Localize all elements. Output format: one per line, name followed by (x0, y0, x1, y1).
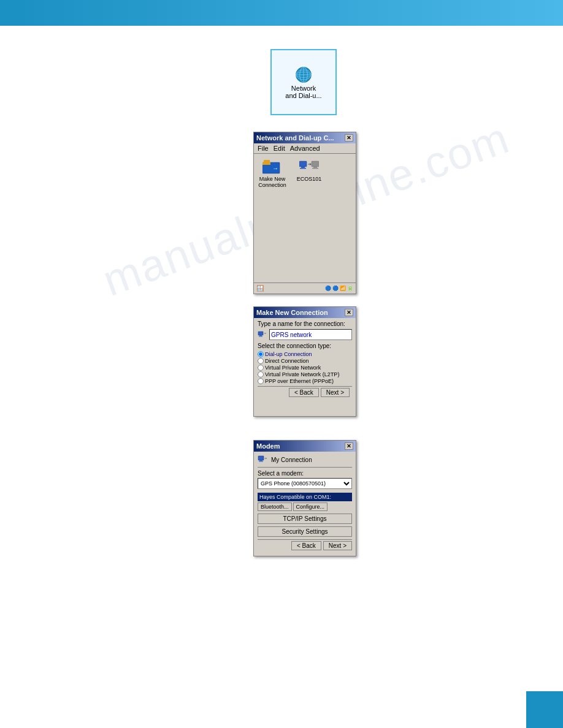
modem-back-button[interactable]: < Back (291, 541, 321, 550)
mc-title: Make New Connection (256, 309, 328, 316)
nc-statusbar: 🪟 🔵 🔵 📶 🔋 (254, 282, 356, 294)
nc-menu-edit[interactable]: Edit (271, 144, 288, 153)
modem-next-button[interactable]: Next > (323, 541, 352, 550)
nc-title: Network and Dial-up C... (256, 134, 334, 142)
modem-bottom-buttons: < Back Next > (258, 539, 352, 550)
modem-security-button[interactable]: Security Settings (258, 526, 352, 537)
svg-rect-15 (312, 161, 319, 167)
mc-titlebar: Make New Connection ✕ (254, 307, 356, 318)
mc-radio-direct-label: Direct Connection (265, 358, 309, 364)
svg-text:→: → (272, 165, 278, 172)
mc-content: Type a name for the connection: Select t… (254, 318, 356, 401)
mc-radio-vpn-input[interactable] (258, 365, 264, 371)
nc-titlebar: Network and Dial-up C... ✕ (254, 132, 356, 143)
svg-rect-8 (264, 160, 270, 163)
mc-radio-vpn[interactable]: Virtual Private Network (258, 365, 352, 371)
modem-select-dropdown[interactable]: GPS Phone (0080570501) (258, 478, 352, 489)
network-connections-window: Network and Dial-up C... ✕ File Edit Adv… (253, 132, 356, 294)
mc-radio-vpn-label: Virtual Private Network (265, 365, 321, 371)
nc-status-icon-1: 🔵 (325, 286, 331, 291)
modem-security-row: Security Settings (258, 526, 352, 538)
modem-hayes-label: Hayes Compatible on COM1: (259, 494, 331, 500)
mc-radio-direct[interactable]: Direct Connection (258, 358, 352, 364)
mc-type-label: Select the connection type: (258, 343, 352, 349)
mc-connection-icon (258, 330, 267, 339)
mc-name-label: Type a name for the connection: (258, 320, 352, 327)
svg-rect-17 (312, 168, 318, 169)
modem-select-container: GPS Phone (0080570501) (258, 478, 352, 491)
make-new-connection-label: Make NewConnection (258, 176, 286, 188)
modem-content: My Connection Select a modem: GPS Phone … (254, 452, 356, 553)
ecos101-label: ECOS101 (297, 176, 322, 182)
svg-rect-20 (259, 336, 262, 337)
top-bar (0, 0, 563, 26)
mc-radio-pppoe-label: PPP over Ethernet (PPPoE) (265, 378, 334, 384)
network-icon-label2: and Dial-u... (285, 92, 321, 99)
nc-start-icon: 🪟 (256, 285, 264, 292)
mc-next-button[interactable]: Next > (321, 388, 350, 397)
svg-rect-24 (259, 460, 262, 461)
nc-status-icon-4: 🔋 (347, 286, 353, 291)
svg-rect-10 (299, 161, 307, 167)
modem-connection-name: My Connection (271, 457, 312, 463)
mc-radio-direct-input[interactable] (258, 358, 264, 364)
modem-name-row: My Connection (258, 454, 352, 468)
svg-rect-23 (258, 456, 264, 460)
network-dial-up-icon[interactable]: Network and Dial-u... (270, 49, 337, 115)
make-new-icon-graphic: → (262, 156, 282, 176)
svg-marker-14 (310, 163, 312, 165)
network-globe-icon (294, 65, 313, 85)
svg-rect-12 (300, 168, 306, 169)
nc-close-button[interactable]: ✕ (345, 134, 353, 142)
nc-status-icon-3: 📶 (340, 286, 346, 291)
nc-status-icons: 🔵 🔵 📶 🔋 (325, 286, 353, 291)
modem-connection-icon (258, 454, 269, 465)
nc-menu-file[interactable]: File (255, 144, 271, 153)
mc-radio-dialup-label: Dial-up Connection (265, 351, 312, 357)
connection-name-input[interactable] (269, 329, 352, 340)
svg-rect-19 (259, 335, 262, 336)
modem-window: Modem ✕ My Connection Select a modem: GP… (253, 440, 356, 556)
modem-action-buttons-row: Bluetooth... Configure... (258, 502, 352, 511)
mc-radio-vpn-l2tp-input[interactable] (258, 371, 264, 377)
mc-close-button[interactable]: ✕ (345, 309, 353, 316)
mc-radio-pppoe[interactable]: PPP over Ethernet (PPPoE) (258, 378, 352, 384)
svg-rect-18 (258, 332, 263, 335)
modem-bluetooth-button[interactable]: Bluetooth... (258, 502, 292, 511)
ecos101-connection-icon[interactable]: ECOS101 (293, 156, 325, 188)
modem-tcpip-row: TCP/IP Settings (258, 514, 352, 525)
mc-radio-vpn-l2tp[interactable]: Virtual Private Network (L2TP) (258, 371, 352, 377)
network-icon-label: Network (291, 85, 316, 92)
modem-select-label: Select a modem: (258, 470, 352, 477)
mc-input-row (258, 329, 352, 340)
modem-close-button[interactable]: ✕ (345, 442, 353, 450)
modem-configure-button[interactable]: Configure... (293, 502, 328, 511)
svg-rect-25 (259, 461, 263, 462)
nc-content: → Make NewConnection (254, 154, 356, 191)
nc-menubar: File Edit Advanced (254, 143, 356, 154)
svg-marker-22 (265, 333, 267, 334)
svg-rect-11 (301, 167, 305, 168)
modem-tcpip-button[interactable]: TCP/IP Settings (258, 514, 352, 524)
mc-connection-types: Dial-up Connection Direct Connection Vir… (258, 351, 352, 384)
nc-status-icon-2: 🔵 (332, 286, 339, 291)
modem-hayes-row[interactable]: Hayes Compatible on COM1: (258, 493, 352, 501)
mc-buttons: < Back Next > (258, 386, 352, 398)
mc-radio-vpn-l2tp-label: Virtual Private Network (L2TP) (265, 371, 339, 377)
bottom-bar (526, 691, 563, 728)
mc-back-button[interactable]: < Back (289, 388, 319, 397)
make-new-connection-window: Make New Connection ✕ Type a name for th… (253, 306, 356, 417)
ecos101-icon-graphic (299, 156, 319, 176)
modem-title: Modem (256, 442, 280, 450)
modem-titlebar: Modem ✕ (254, 441, 356, 452)
nc-menu-advanced[interactable]: Advanced (288, 144, 323, 153)
svg-marker-27 (266, 458, 267, 460)
mc-radio-dialup[interactable]: Dial-up Connection (258, 351, 352, 357)
svg-rect-16 (313, 167, 317, 168)
make-new-connection-icon[interactable]: → Make NewConnection (256, 156, 288, 188)
mc-radio-dialup-input[interactable] (258, 351, 264, 357)
mc-radio-pppoe-input[interactable] (258, 378, 264, 384)
